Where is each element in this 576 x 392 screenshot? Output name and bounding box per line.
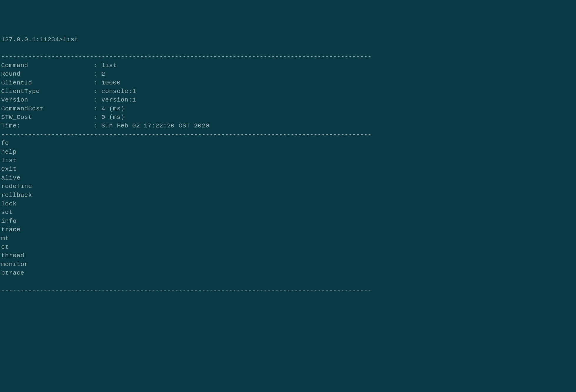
info-key: ClientId [1,79,94,87]
info-row: CommandCost: 4 (ms) [1,104,575,113]
command-item: rollback [1,191,575,200]
info-separator: : [94,113,101,122]
prompt-line: 127.0.0.1:11234>list [1,36,78,43]
command-item: alive [1,174,575,182]
info-table: Command: listRound: 2ClientId: 10000Clie… [1,61,575,130]
info-separator: : [94,122,101,130]
command-item: help [1,148,575,156]
info-row: ClientType: console:1 [1,87,575,96]
info-key: Round [1,70,94,78]
info-value: console:1 [101,87,136,96]
info-key: Version [1,96,94,104]
info-value: 0 (ms) [101,113,125,122]
command-item: btrace [1,269,575,277]
command-item: monitor [1,260,575,269]
info-value: 10000 [101,79,121,87]
info-value: 2 [101,70,105,78]
divider-mid: ----------------------------------------… [1,131,372,138]
divider-top: ----------------------------------------… [1,53,372,60]
info-key: ClientType [1,87,94,96]
info-key: Time: [1,122,94,130]
info-row: Round: 2 [1,70,575,78]
info-row: Command: list [1,61,575,70]
info-separator: : [94,70,101,78]
info-separator: : [94,104,101,113]
info-separator: : [94,87,101,96]
commands-list: fchelplistexitaliveredefinerollbacklocks… [1,139,575,277]
prompt-host: 127.0.0.1:11234 [1,36,59,43]
info-row: STW_Cost: 0 (ms) [1,113,575,122]
info-value: version:1 [101,96,136,104]
command-item: ct [1,243,575,251]
info-key: STW_Cost [1,113,94,122]
command-item: lock [1,200,575,208]
command-item: exit [1,165,575,173]
command-item: set [1,208,575,217]
info-separator: : [94,96,101,104]
command-item: mt [1,234,575,243]
info-key: CommandCost [1,104,94,113]
info-separator: : [94,61,101,70]
info-value: 4 (ms) [101,104,125,113]
divider-bottom: ----------------------------------------… [1,287,372,294]
info-row: ClientId: 10000 [1,79,575,87]
command-item: fc [1,139,575,147]
command-item: info [1,217,575,225]
info-value: Sun Feb 02 17:22:20 CST 2020 [101,122,209,130]
prompt-command: list [63,36,78,43]
info-separator: : [94,79,101,87]
info-row: Version: version:1 [1,96,575,104]
info-value: list [101,61,117,70]
command-item: redefine [1,182,575,191]
command-item: list [1,156,575,165]
prompt-symbol: > [59,36,63,43]
command-item: trace [1,225,575,234]
info-key: Command [1,61,94,70]
info-row: Time:: Sun Feb 02 17:22:20 CST 2020 [1,122,575,130]
terminal-output[interactable]: 127.0.0.1:11234>list -------------------… [0,35,576,295]
command-item: thread [1,251,575,260]
